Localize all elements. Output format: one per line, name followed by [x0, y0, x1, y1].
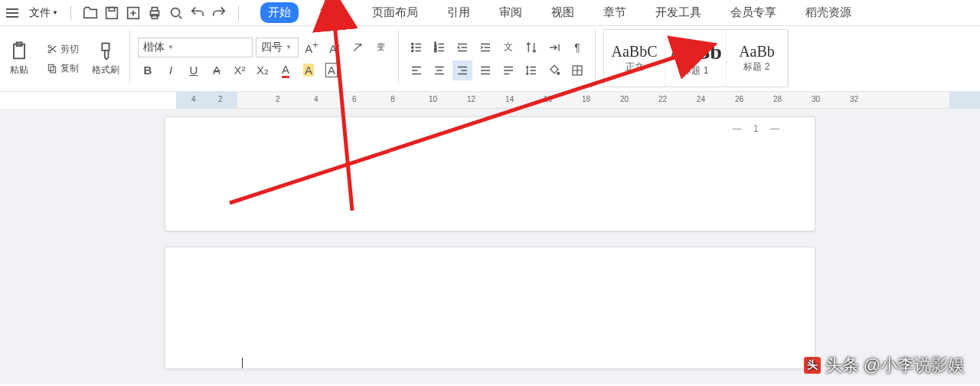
- hamburger-icon[interactable]: [3, 5, 21, 21]
- ruler-label: 20: [620, 95, 629, 103]
- tab-view[interactable]: 视图: [544, 2, 582, 23]
- text-cursor: [242, 358, 243, 368]
- file-menu[interactable]: 文件 ▼: [23, 3, 64, 23]
- ruler-label: 26: [735, 95, 743, 103]
- highlight-button[interactable]: A: [299, 61, 318, 80]
- svg-rect-12: [51, 67, 56, 73]
- style-heading-2[interactable]: AaBb 标题 2: [727, 30, 788, 87]
- char-border-icon: A: [325, 63, 338, 77]
- bold-button[interactable]: B: [138, 61, 158, 80]
- ruler-label: 18: [582, 95, 590, 103]
- sort-button[interactable]: [521, 38, 541, 57]
- font-size-combo[interactable]: 四号 ▼: [256, 38, 299, 57]
- svg-point-14: [412, 43, 413, 44]
- italic-button[interactable]: I: [161, 61, 181, 80]
- subscript-icon: X₂: [256, 64, 269, 77]
- save-as-icon[interactable]: [125, 5, 142, 21]
- print-preview-icon[interactable]: [168, 5, 185, 21]
- svg-point-16: [412, 50, 413, 51]
- ruler-label: 28: [773, 95, 782, 103]
- svg-point-10: [48, 45, 51, 47]
- shading-button[interactable]: [544, 61, 564, 80]
- tab-member[interactable]: 会员专享: [723, 2, 784, 23]
- line-spacing-button[interactable]: [521, 61, 541, 80]
- justify-button[interactable]: [475, 61, 495, 80]
- style-heading-1[interactable]: AaBb 标题 1: [665, 30, 727, 87]
- italic-icon: I: [169, 64, 172, 77]
- superscript-button[interactable]: X²: [230, 61, 250, 80]
- ruler-label: 22: [658, 95, 667, 103]
- watermark-text: @小李说影娱: [864, 354, 965, 377]
- tab-resources[interactable]: 稻壳资源: [798, 2, 859, 23]
- paste-label: 粘贴: [10, 64, 28, 77]
- tab-home[interactable]: 开始: [260, 2, 299, 23]
- align-center-button[interactable]: [430, 61, 449, 80]
- toutiao-logo-icon: 头: [804, 357, 821, 374]
- cut-button[interactable]: 剪切: [43, 41, 82, 57]
- ruler-label: 4: [191, 95, 196, 103]
- style-normal[interactable]: AaBbC 正文: [604, 30, 665, 87]
- ruler-label: 30: [812, 95, 820, 103]
- svg-point-6: [172, 8, 180, 16]
- redo-icon[interactable]: [211, 5, 227, 21]
- ruler-label: 16: [544, 95, 552, 103]
- copy-button[interactable]: 复制: [43, 61, 82, 77]
- save-icon[interactable]: [103, 5, 120, 21]
- tab-chapters[interactable]: 章节: [596, 2, 634, 23]
- font-name-combo[interactable]: 楷体 ▼: [138, 38, 253, 57]
- show-marks-button[interactable]: ¶: [567, 38, 587, 57]
- page-2[interactable]: [165, 247, 815, 369]
- style-preview: AaBbC: [612, 43, 658, 61]
- svg-rect-0: [106, 7, 118, 18]
- font-color-button[interactable]: A: [276, 61, 296, 80]
- strikethrough-button[interactable]: A: [207, 61, 227, 80]
- ruler-label: 2: [276, 95, 280, 103]
- align-right-button[interactable]: [452, 61, 472, 80]
- undo-icon[interactable]: [189, 5, 206, 21]
- underline-button[interactable]: U: [184, 61, 204, 80]
- copy-label: 复制: [60, 62, 79, 75]
- bold-icon: B: [144, 64, 152, 77]
- decrease-indent-button[interactable]: [452, 38, 472, 57]
- tab-references[interactable]: 引用: [439, 2, 478, 23]
- numbering-button[interactable]: 123: [430, 38, 449, 57]
- horizontal-ruler[interactable]: 4 2 2 4 6 8 10 12 14 16 18 20 22 24 26 2…: [176, 92, 980, 109]
- separator: [398, 29, 399, 83]
- styles-gallery: AaBbC 正文 AaBb 标题 1 AaBb 标题 2: [603, 29, 789, 87]
- decrease-font-button[interactable]: A-: [325, 38, 345, 57]
- paste-button[interactable]: 粘贴: [3, 29, 35, 88]
- watermark: 头 头条 @小李说影娱: [804, 354, 965, 377]
- tab-review[interactable]: 审阅: [492, 2, 530, 23]
- clear-format-button[interactable]: [348, 38, 368, 57]
- phonetic-icon: 变: [377, 41, 385, 53]
- text-direction-button[interactable]: 文: [498, 38, 518, 57]
- ruler-label: 32: [850, 95, 858, 103]
- bullets-button[interactable]: [407, 38, 426, 57]
- page-1[interactable]: — 1 —: [165, 116, 815, 231]
- style-preview: AaBb: [739, 43, 775, 61]
- brush-icon: [95, 41, 116, 62]
- increase-font-button[interactable]: A+: [302, 38, 322, 57]
- print-icon[interactable]: [146, 5, 163, 21]
- increase-font-icon: A+: [305, 40, 318, 55]
- tab-insert[interactable]: 插入: [312, 2, 351, 23]
- paragraph-group: 123 文 ¶: [407, 29, 587, 88]
- align-left-button[interactable]: [407, 61, 426, 80]
- phonetic-guide-button[interactable]: 变: [371, 38, 390, 57]
- separator: [238, 5, 239, 21]
- open-icon[interactable]: [82, 5, 99, 21]
- tab-settings-button[interactable]: [544, 38, 564, 57]
- quick-access-toolbar: [77, 5, 232, 21]
- ribbon: 粘贴 剪切 复制 格式刷 楷体 ▼ 四号 ▼ A+ A- 变: [0, 26, 980, 92]
- format-painter-button[interactable]: 格式刷: [90, 29, 122, 88]
- tab-page-layout[interactable]: 页面布局: [364, 2, 426, 23]
- increase-indent-button[interactable]: [475, 38, 495, 57]
- distribute-button[interactable]: [498, 61, 518, 80]
- dropdown-icon: ▼: [168, 44, 174, 51]
- char-border-button[interactable]: A: [322, 61, 341, 80]
- font-color-icon: A: [282, 63, 289, 78]
- subscript-button[interactable]: X₂: [253, 61, 273, 80]
- borders-button[interactable]: [567, 61, 587, 80]
- svg-point-20: [557, 72, 560, 74]
- tab-developer[interactable]: 开发工具: [648, 2, 709, 23]
